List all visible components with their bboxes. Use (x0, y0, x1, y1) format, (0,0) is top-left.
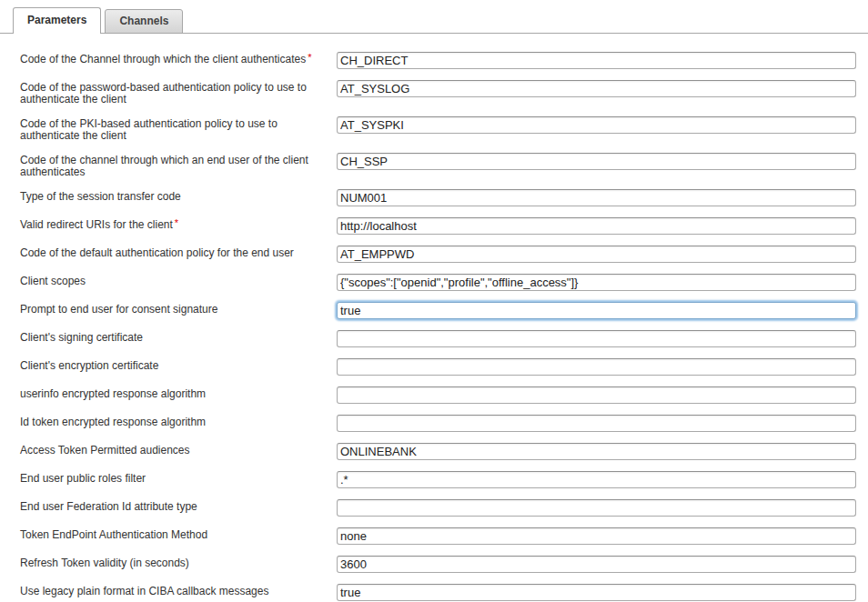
form-row-client-s-encryption-certificate: Client's encryption certificate* (20, 358, 856, 376)
input-code-of-the-pki-based-authentication-policy-to-use-to-authenticate-the-client[interactable] (337, 116, 856, 134)
field-label: Client's signing certificate* (20, 330, 337, 344)
form-row-access-token-permitted-audiences: Access Token Permitted audiences* (20, 443, 856, 460)
field-wrap (337, 80, 856, 97)
field-label: Valid redirect URIs for the client* (20, 217, 337, 231)
field-wrap (337, 189, 856, 206)
tab-label: Channels (119, 15, 168, 27)
parameters-form: Code of the Channel through which the cl… (0, 34, 868, 602)
input-code-of-the-default-authentication-policy-for-the-end-user[interactable] (337, 246, 856, 263)
form-row-client-scopes: Client scopes* (20, 274, 856, 291)
required-asterisk: * (175, 217, 178, 228)
input-end-user-federation-id-attribute-type[interactable] (337, 499, 856, 517)
field-wrap (337, 527, 856, 545)
field-label: Use legacy plain format in CIBA callback… (20, 584, 337, 597)
input-access-token-permitted-audiences[interactable] (337, 443, 856, 460)
form-row-refresh-token-validity-in-seconds: Refresh Token validity (in seconds)* (20, 556, 856, 573)
field-wrap (337, 386, 856, 404)
field-wrap (337, 556, 856, 573)
input-code-of-the-channel-through-which-the-client-authenticates[interactable] (337, 52, 856, 69)
field-label: Refresh Token validity (in seconds)* (20, 556, 337, 569)
page: Parameters Channels Code of the Channel … (0, 0, 868, 602)
input-prompt-to-end-user-for-consent-signature[interactable] (337, 302, 856, 319)
form-row-end-user-public-roles-filter: End user public roles filter* (20, 471, 856, 488)
input-code-of-the-password-based-authentication-policy-to-use-to-authenticate-the-client[interactable] (337, 80, 856, 97)
form-row-id-token-encrypted-response-algorithm: Id token encrypted response algorithm* (20, 415, 856, 432)
form-row-end-user-federation-id-attribute-type: End user Federation Id attribute type* (20, 499, 856, 517)
input-use-legacy-plain-format-in-ciba-callback-messages[interactable] (337, 584, 856, 601)
field-label: Client scopes* (20, 274, 337, 287)
field-wrap (337, 415, 856, 432)
field-label: Client's encryption certificate* (20, 358, 337, 372)
field-label: Access Token Permitted audiences* (20, 443, 337, 457)
field-wrap (337, 302, 856, 319)
field-label: Token EndPoint Authentication Method* (20, 527, 337, 541)
field-wrap (337, 358, 856, 376)
input-token-endpoint-authentication-method[interactable] (337, 527, 856, 545)
input-client-s-encryption-certificate[interactable] (337, 358, 856, 376)
input-client-scopes[interactable] (337, 274, 856, 291)
input-end-user-public-roles-filter[interactable] (337, 471, 856, 488)
form-row-use-legacy-plain-format-in-ciba-callback-messages: Use legacy plain format in CIBA callback… (20, 584, 856, 601)
form-row-code-of-the-password-based-authentication-policy-to-use-to-authenticate-the-client: Code of the password-based authenticatio… (20, 80, 856, 105)
field-label: Code of the PKI-based authentication pol… (20, 116, 337, 142)
input-valid-redirect-uris-for-the-client[interactable] (337, 217, 856, 235)
form-row-valid-redirect-uris-for-the-client: Valid redirect URIs for the client* (20, 217, 856, 235)
form-row-code-of-the-channel-through-which-an-end-user-of-the-client-authenticates: Code of the channel through which an end… (20, 153, 856, 178)
form-row-type-of-the-session-transfer-code: Type of the session transfer code* (20, 189, 856, 206)
required-asterisk: * (308, 52, 311, 63)
field-wrap (337, 274, 856, 291)
form-row-token-endpoint-authentication-method: Token EndPoint Authentication Method* (20, 527, 856, 545)
tab-bar: Parameters Channels (0, 0, 868, 34)
input-code-of-the-channel-through-which-an-end-user-of-the-client-authenticates[interactable] (337, 153, 856, 170)
input-type-of-the-session-transfer-code[interactable] (337, 189, 856, 206)
field-wrap (337, 471, 856, 488)
field-label: Code of the password-based authenticatio… (20, 80, 337, 105)
form-row-code-of-the-pki-based-authentication-policy-to-use-to-authenticate-the-client: Code of the PKI-based authentication pol… (20, 116, 856, 142)
field-label: Code of the Channel through which the cl… (20, 52, 337, 65)
field-label: userinfo encrypted response algorithm* (20, 386, 337, 400)
field-label: Code of the channel through which an end… (20, 153, 337, 178)
tab-channels[interactable]: Channels (105, 9, 183, 34)
field-label: Id token encrypted response algorithm* (20, 415, 337, 428)
input-refresh-token-validity-in-seconds[interactable] (337, 556, 856, 573)
field-wrap (337, 153, 856, 170)
input-userinfo-encrypted-response-algorithm[interactable] (337, 386, 856, 404)
input-id-token-encrypted-response-algorithm[interactable] (337, 415, 856, 432)
field-wrap (337, 52, 856, 69)
field-wrap (337, 246, 856, 263)
field-label: Prompt to end user for consent signature… (20, 302, 337, 316)
input-client-s-signing-certificate[interactable] (337, 330, 856, 347)
field-wrap (337, 499, 856, 517)
form-row-userinfo-encrypted-response-algorithm: userinfo encrypted response algorithm* (20, 386, 856, 404)
field-label: End user Federation Id attribute type* (20, 499, 337, 513)
form-row-code-of-the-channel-through-which-the-client-authenticates: Code of the Channel through which the cl… (20, 52, 856, 69)
field-wrap (337, 443, 856, 460)
form-row-client-s-signing-certificate: Client's signing certificate* (20, 330, 856, 347)
field-wrap (337, 584, 856, 601)
form-row-code-of-the-default-authentication-policy-for-the-end-user: Code of the default authentication polic… (20, 246, 856, 263)
field-label: End user public roles filter* (20, 471, 337, 485)
field-label: Type of the session transfer code* (20, 189, 337, 203)
field-label: Code of the default authentication polic… (20, 246, 337, 259)
field-wrap (337, 217, 856, 235)
field-wrap (337, 116, 856, 134)
tab-parameters[interactable]: Parameters (13, 7, 101, 34)
tab-label: Parameters (27, 14, 86, 26)
form-row-prompt-to-end-user-for-consent-signature: Prompt to end user for consent signature… (20, 302, 856, 319)
field-wrap (337, 330, 856, 347)
